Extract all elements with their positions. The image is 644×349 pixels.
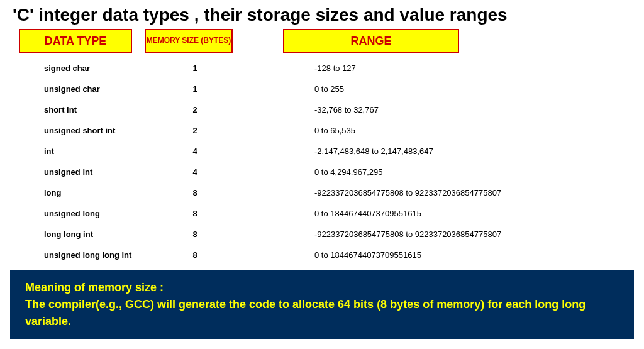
cell-size: 8 (164, 209, 226, 218)
table-row: unsigned int 4 0 to 4,294,967,295 (44, 162, 625, 182)
table-row: signed char 1 -128 to 127 (44, 58, 625, 79)
cell-range: 0 to 18446744073709551615 (226, 250, 421, 260)
cell-type: unsigned long long int (44, 250, 164, 260)
page-title: 'C' integer data types , their storage s… (0, 0, 644, 29)
cell-type: unsigned long (44, 209, 164, 218)
cell-type: unsigned short int (44, 126, 164, 135)
table-row: short int 2 -32,768 to 32,767 (44, 99, 625, 120)
cell-size: 8 (164, 250, 226, 260)
cell-range: -2,147,483,648 to 2,147,483,647 (226, 147, 433, 156)
table-body: signed char 1 -128 to 127 unsigned char … (0, 58, 644, 265)
cell-type: long long int (44, 230, 164, 239)
cell-range: -128 to 127 (226, 64, 356, 73)
table-row: long long int 8 -9223372036854775808 to … (44, 224, 625, 245)
cell-size: 1 (164, 64, 226, 73)
footer-line-1: Meaning of memory size : (25, 279, 619, 296)
cell-size: 8 (164, 230, 226, 239)
cell-size: 2 (164, 105, 226, 114)
cell-range: -32,768 to 32,767 (226, 105, 379, 114)
table-row: unsigned long long int 8 0 to 1844674407… (44, 245, 625, 265)
cell-size: 4 (164, 167, 226, 177)
footer-line-2: The compiler(e.g., GCC) will generate th… (25, 296, 619, 330)
cell-size: 2 (164, 126, 226, 135)
table-headers: DATA TYPE MEMORY SIZE (BYTES) RANGE (0, 29, 644, 53)
cell-type: int (44, 147, 164, 156)
cell-type: unsigned int (44, 167, 164, 177)
cell-range: 0 to 65,535 (226, 126, 355, 135)
table-row: long 8 -9223372036854775808 to 922337203… (44, 182, 625, 203)
cell-range: 0 to 4,294,967,295 (226, 167, 382, 177)
table-row: int 4 -2,147,483,648 to 2,147,483,647 (44, 141, 625, 162)
cell-range: -9223372036854775808 to 9223372036854775… (226, 230, 501, 239)
header-range: RANGE (283, 29, 459, 53)
table-row: unsigned short int 2 0 to 65,535 (44, 120, 625, 141)
cell-size: 1 (164, 84, 226, 94)
cell-range: 0 to 18446744073709551615 (226, 209, 421, 218)
cell-type: short int (44, 105, 164, 114)
header-datatype: DATA TYPE (19, 29, 132, 53)
table-row: unsigned long 8 0 to 1844674407370955161… (44, 203, 625, 224)
header-memory: MEMORY SIZE (BYTES) (145, 29, 233, 53)
cell-type: long (44, 188, 164, 197)
cell-type: signed char (44, 64, 164, 73)
footer-note: Meaning of memory size : The compiler(e.… (10, 270, 634, 339)
cell-type: unsigned char (44, 84, 164, 94)
cell-range: 0 to 255 (226, 84, 344, 94)
cell-size: 8 (164, 188, 226, 197)
table-row: unsigned char 1 0 to 255 (44, 79, 625, 99)
cell-size: 4 (164, 147, 226, 156)
cell-range: -9223372036854775808 to 9223372036854775… (226, 188, 501, 197)
